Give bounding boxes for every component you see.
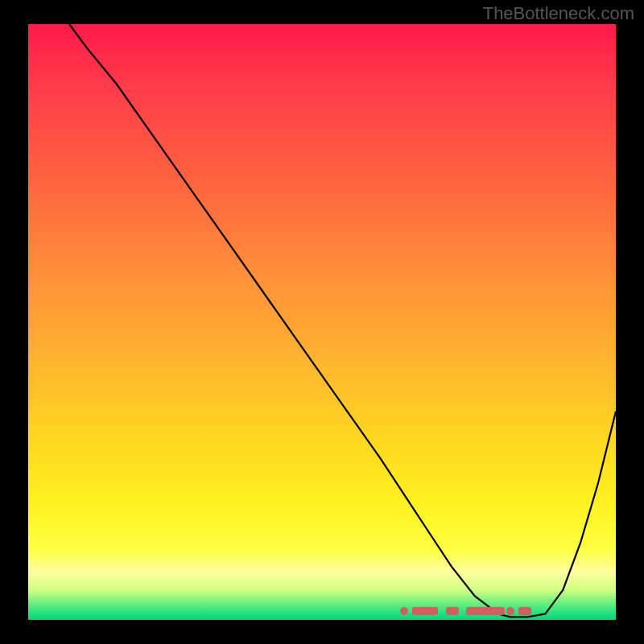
- highlight-marker-segment: [466, 607, 505, 615]
- highlight-marker-segment: [412, 607, 438, 615]
- watermark-text: TheBottleneck.com: [483, 3, 634, 24]
- chart-line-svg: [28, 24, 616, 620]
- highlight-marker-band: [404, 605, 534, 617]
- highlight-marker-segment: [518, 607, 531, 615]
- bottleneck-curve-path: [69, 24, 616, 617]
- highlight-marker-segment: [446, 607, 459, 615]
- highlight-marker-segment: [506, 607, 514, 615]
- highlight-marker-segment: [400, 607, 408, 615]
- chart-plot-area: [28, 24, 616, 620]
